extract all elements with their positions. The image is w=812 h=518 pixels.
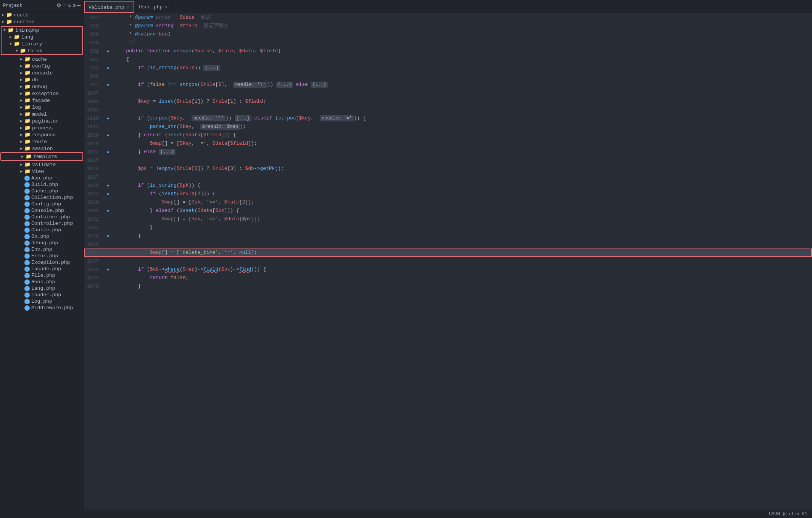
code-row-988: 988 * @param string $field 验证字段名	[84, 22, 812, 30]
settings-icon[interactable]: ⚙	[72, 2, 76, 9]
code-content-1030: $map[] = [$pk, '<>', $rule[2]];	[111, 198, 812, 207]
tree-item-thinkphp[interactable]: ▼📁thinkphp	[2, 27, 82, 34]
status-bar: CSDN @lxlin_01	[84, 510, 812, 518]
tree-item-validate[interactable]: ▶📁validate	[0, 161, 84, 168]
gutter-icon-1031: ◆	[107, 208, 109, 213]
folder-arrow-console: ▶	[18, 71, 24, 75]
tree-item-exception[interactable]: ▶📁exception	[0, 90, 84, 97]
tree-item-Build.php[interactable]: Build.php	[0, 181, 84, 188]
tab-close-user[interactable]: ✕	[165, 4, 168, 10]
code-row-1037: 1037	[84, 257, 812, 265]
tree-item-Config.php[interactable]: Config.php	[0, 201, 84, 207]
folder-icon-console: 📁	[24, 70, 31, 76]
code-content-991: public function unique($value, $rule, $d…	[111, 47, 812, 55]
tree-item-Cookie.php[interactable]: Cookie.php	[0, 227, 84, 233]
line-number-1039: 1039	[84, 275, 105, 281]
tree-item-Cache.php[interactable]: Cache.php	[0, 188, 84, 194]
folder-arrow-route: ▶	[18, 139, 24, 144]
tree-item-view[interactable]: ▶📁view	[0, 168, 84, 175]
tree-label-Config.php: Config.php	[31, 201, 61, 207]
gutter-991: ◆	[105, 49, 111, 53]
line-number-1020: 1020	[84, 132, 105, 138]
tree-item-Error.php[interactable]: Error.php	[0, 253, 84, 259]
tree-item-console[interactable]: ▶📁console	[0, 69, 84, 76]
tree-label-Lang.php: Lang.php	[31, 286, 55, 291]
tab-close-validate[interactable]: ✕	[127, 5, 129, 10]
line-number-997: 997	[84, 82, 105, 88]
tree-item-Debug.php[interactable]: Debug.php	[0, 240, 84, 246]
tree-label-db: db	[32, 77, 38, 83]
tree-item-library[interactable]: ▼📁library	[2, 40, 82, 47]
folder-icon-model: 📁	[24, 111, 31, 117]
tree-item-facade[interactable]: ▶📁facade	[0, 97, 84, 104]
tree-item-config[interactable]: ▶📁config	[0, 63, 84, 69]
folder-arrow-log: ▶	[18, 105, 24, 110]
tree-item-response[interactable]: ▶📁response	[0, 131, 84, 138]
tree-item-Middleware.php[interactable]: Middleware.php	[0, 305, 84, 311]
tree-item-App.php[interactable]: App.php	[0, 175, 84, 181]
tree-label-cache: cache	[32, 56, 47, 62]
tree-label-Console.php: Console.php	[31, 208, 64, 213]
code-container[interactable]: 987 * @param array $data 数据 988 * @param…	[84, 13, 812, 510]
tree-item-Db.php[interactable]: Db.php	[0, 233, 84, 240]
minimize-icon[interactable]: —	[77, 2, 81, 9]
tree-item-Controller.php[interactable]: Controller.php	[0, 220, 84, 227]
code-row-1033: 1033 }	[84, 223, 812, 232]
gutter-icon-991: ◆	[107, 49, 109, 53]
tree-item-Collection.php[interactable]: Collection.php	[0, 194, 84, 201]
tree-item-route[interactable]: ▶📁route	[0, 11, 84, 18]
tree-item-Loader.php[interactable]: Loader.php	[0, 292, 84, 298]
line-number-1027: 1027	[84, 174, 105, 180]
folder-arrow-debug: ▶	[18, 84, 24, 89]
code-row-991: 991 ◆ public function unique($value, $ru…	[84, 47, 812, 55]
tree-item-cache[interactable]: ▶📁cache	[0, 56, 84, 63]
tree-item-Env.php[interactable]: Env.php	[0, 246, 84, 253]
folder-icon-facade: 📁	[24, 97, 31, 103]
tab-validate[interactable]: Validate.php✕	[84, 1, 134, 13]
sync-icon[interactable]: ⟳	[57, 2, 61, 9]
tree-item-Facade.php[interactable]: Facade.php	[0, 266, 84, 272]
folder-arrow-view: ▶	[18, 169, 24, 174]
tree-item-Log.php[interactable]: Log.php	[0, 298, 84, 305]
code-content-988: * @param string $field 验证字段名	[111, 22, 812, 30]
tree-label-File.php: File.php	[31, 273, 55, 278]
folder-arrow-exception: ▶	[18, 91, 24, 96]
tree-item-db[interactable]: ▶📁db	[0, 76, 84, 83]
tree-item-Lang.php[interactable]: Lang.php	[0, 285, 84, 292]
collapse-icon[interactable]: ≡	[63, 2, 66, 9]
tree-item-template[interactable]: ▶📁template	[1, 153, 82, 160]
folder-arrow-response: ▶	[18, 132, 24, 137]
tree-item-model[interactable]: ▶📁model	[0, 111, 84, 118]
tree-item-route[interactable]: ▶📁route	[0, 138, 84, 145]
tree-item-File.php[interactable]: File.php	[0, 272, 84, 279]
tree-label-Loader.php: Loader.php	[31, 292, 61, 298]
tree-item-think[interactable]: ▼📁think	[2, 47, 82, 54]
tree-item-Hook.php[interactable]: Hook.php	[0, 279, 84, 285]
tree-label-runtime: runtime	[14, 19, 35, 25]
line-number-1036: 1036	[84, 250, 105, 256]
folder-icon-think: 📁	[20, 48, 26, 54]
tab-label: User.php	[139, 4, 163, 10]
tree-item-log[interactable]: ▶📁log	[0, 104, 84, 111]
tree-label-think: think	[27, 48, 42, 54]
code-content-1039: return false;	[111, 274, 812, 282]
tree-item-Console.php[interactable]: Console.php	[0, 207, 84, 214]
tree-item-session[interactable]: ▶📁session	[0, 145, 84, 152]
folder-icon-cache: 📁	[24, 56, 31, 62]
tree-item-process[interactable]: ▶📁process	[0, 124, 84, 131]
tree-item-lang[interactable]: ▶📁lang	[2, 34, 82, 40]
tree-item-paginator[interactable]: ▶📁paginator	[0, 118, 84, 124]
tree-label-Cache.php: Cache.php	[31, 188, 58, 194]
code-row-1028: 1028 ◆ if (is_string($pk)) {	[84, 181, 812, 190]
tree-item-Container.php[interactable]: Container.php	[0, 214, 84, 220]
tree-item-debug[interactable]: ▶📁debug	[0, 83, 84, 90]
tree-label-Controller.php: Controller.php	[31, 221, 73, 226]
tree-item-Exception.php[interactable]: Exception.php	[0, 259, 84, 266]
tab-user[interactable]: User.php✕	[134, 1, 173, 13]
tree-label-route: route	[14, 12, 29, 18]
tree-label-Facade.php: Facade.php	[31, 266, 61, 272]
tree-item-runtime[interactable]: ▶📁runtime	[0, 18, 84, 25]
folder-icon-db: 📁	[24, 77, 31, 83]
line-number-1007: 1007	[84, 90, 105, 96]
sort-icon[interactable]: ⇅	[68, 2, 71, 9]
